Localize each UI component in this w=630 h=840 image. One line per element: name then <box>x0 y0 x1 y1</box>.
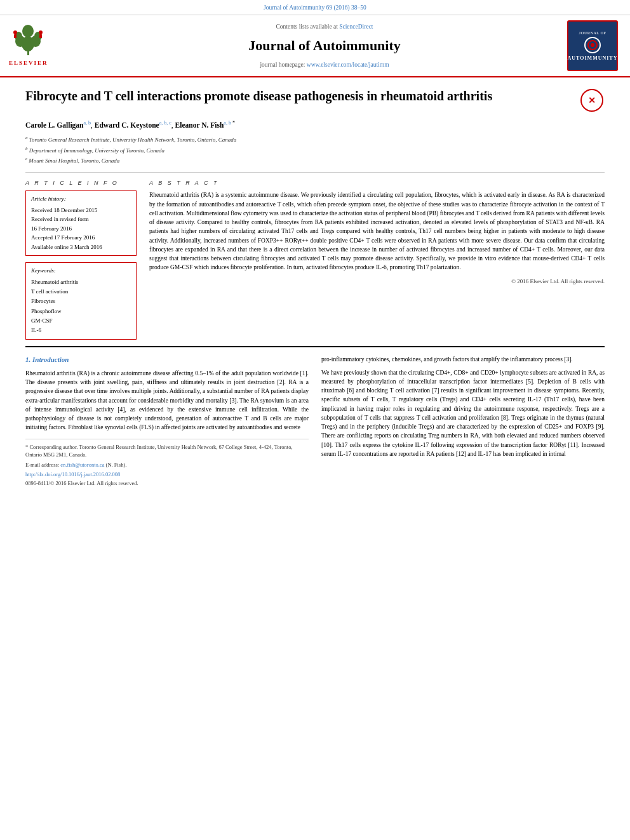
intro-paragraph-1: Rheumatoid arthritis (RA) is a chronic a… <box>25 369 309 432</box>
footnote-section: * Corresponding author. Toronto General … <box>25 439 309 488</box>
footnote-email: E-mail address: en.fish@utoronto.ca (N. … <box>25 461 309 469</box>
abstract-paragraph: Rheumatoid arthritis (RA) is a systemic … <box>149 190 605 272</box>
crossmark-icon: ✕ <box>580 89 603 112</box>
crossmark-logo: ✕ <box>579 88 605 113</box>
article-info-col: A R T I C L E I N F O Article history: R… <box>25 179 137 340</box>
author-fish-star: * <box>231 120 235 126</box>
author-keystone-sup: a, b, c <box>159 120 171 126</box>
article-received: Received 18 December 2015 <box>31 206 131 215</box>
body-right-col: pro-inflammatory cytokines, chemokines, … <box>321 355 605 487</box>
autoimmunity-logo-main: AUTOIMMUNITY <box>568 55 618 62</box>
svg-rect-8 <box>14 34 17 38</box>
abstract-col: A B S T R A C T Rheumatoid arthritis (RA… <box>149 179 605 340</box>
journal-header: ELSEVIER Contents lists available at Sci… <box>0 15 630 77</box>
article-title: Fibrocyte and T cell interactions promot… <box>25 88 573 104</box>
elsevier-text: ELSEVIER <box>9 59 48 67</box>
section-divider-1 <box>25 172 605 173</box>
intro-section-title: 1. Introduction <box>25 355 309 364</box>
footnote-doi[interactable]: http://dx.doi.org/10.1016/j.jaut.2016.02… <box>25 471 309 479</box>
author-fish: Eleanor N. Fish <box>175 121 224 129</box>
autoimmunity-logo-section: JOURNAL OF AUTOIMMUNITY <box>564 20 621 71</box>
author-keystone: Edward C. Keystone <box>95 121 159 129</box>
footnote-email-link[interactable]: en.fish@utoronto.ca <box>60 462 104 468</box>
article-accepted: Accepted 17 February 2016 <box>31 233 131 242</box>
affil-a: a Toronto General Research Institute, Un… <box>25 135 605 145</box>
author-galligan: Carole L. Galligan <box>25 121 83 129</box>
elsevier-logo-section: ELSEVIER <box>9 20 85 71</box>
homepage-link[interactable]: www.elsevier.com/locate/jautimm <box>307 62 389 68</box>
abstract-text: Rheumatoid arthritis (RA) is a systemic … <box>149 190 605 286</box>
article-info-abstract-layout: A R T I C L E I N F O Article history: R… <box>25 179 605 340</box>
author-fish-sup: a, b <box>224 120 231 126</box>
autoimmunity-logo-icon <box>580 36 605 55</box>
main-content: Fibrocyte and T cell interactions promot… <box>0 77 630 500</box>
affil-c: c Mount Sinai Hospital, Toronto, Canada <box>25 156 605 166</box>
article-info-header: A R T I C L E I N F O <box>25 179 137 187</box>
autoimmunity-logo: JOURNAL OF AUTOIMMUNITY <box>567 20 618 71</box>
keyword-6: IL-6 <box>31 326 131 335</box>
autoimmunity-logo-top: JOURNAL OF <box>579 30 607 36</box>
footnote-issn: 0896-8411/© 2016 Elsevier Ltd. All right… <box>25 480 309 488</box>
article-title-section: Fibrocyte and T cell interactions promot… <box>25 88 605 113</box>
body-left-col: 1. Introduction Rheumatoid arthritis (RA… <box>25 355 309 487</box>
footnote-star-note: * Corresponding author. Toronto General … <box>25 443 309 460</box>
svg-point-7 <box>13 30 17 34</box>
article-history-box: Article history: Received 18 December 20… <box>25 190 137 256</box>
body-right-text: pro-inflammatory cytokines, chemokines, … <box>321 355 605 458</box>
journal-header-center: Contents lists available at ScienceDirec… <box>91 20 558 71</box>
elsevier-tree-icon <box>11 25 46 58</box>
author-galligan-sup: a, b <box>83 120 91 126</box>
svg-point-9 <box>39 30 43 34</box>
affiliations: a Toronto General Research Institute, Un… <box>25 135 605 166</box>
keyword-2: T cell activation <box>31 287 131 297</box>
contents-available-text: Contents lists available at ScienceDirec… <box>91 23 558 31</box>
body-section: 1. Introduction Rheumatoid arthritis (RA… <box>25 346 605 487</box>
affil-b: b Department of Immunology, University o… <box>25 145 605 156</box>
authors-line: Carole L. Galligana, b, Edward C. Keysto… <box>25 119 605 131</box>
body-two-col: 1. Introduction Rheumatoid arthritis (RA… <box>25 355 605 487</box>
abstract-header: A B S T R A C T <box>149 179 605 187</box>
keywords-title: Keywords: <box>31 267 131 275</box>
keyword-5: GM-CSF <box>31 316 131 326</box>
article-available: Available online 3 March 2016 <box>31 243 131 251</box>
keyword-3: Fibrocytes <box>31 297 131 306</box>
keyword-4: Phosphoflow <box>31 307 131 316</box>
copyright-line: © 2016 Elsevier Ltd. All rights reserved… <box>149 277 605 286</box>
journal-top-bar: Journal of Autoimmunity 69 (2016) 38–50 <box>0 0 630 15</box>
article-history-label: Article history: <box>31 195 131 203</box>
article-revised-label: Received in revised form <box>31 215 131 223</box>
article-revised-date: 16 February 2016 <box>31 224 131 233</box>
journal-main-title: Journal of Autoimmunity <box>91 36 558 56</box>
sciencedirect-link[interactable]: ScienceDirect <box>339 23 373 30</box>
keywords-box: Keywords: Rheumatoid arthritis T cell ac… <box>25 262 137 340</box>
keyword-1: Rheumatoid arthritis <box>31 277 131 287</box>
journal-homepage: journal homepage: www.elsevier.com/locat… <box>91 61 558 69</box>
svg-point-6 <box>22 25 34 37</box>
svg-point-13 <box>591 43 594 47</box>
svg-rect-10 <box>39 34 42 38</box>
